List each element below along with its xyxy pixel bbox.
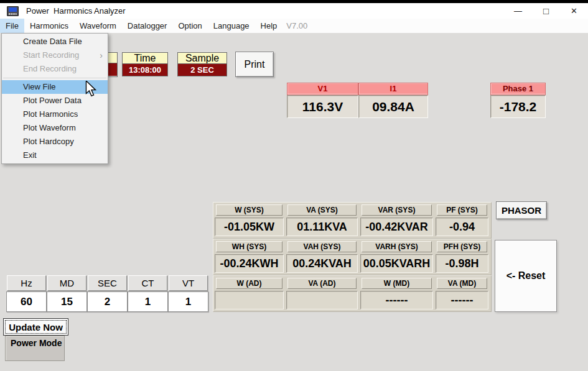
w-ad-label: W (AD) <box>216 278 282 289</box>
sample-panel: Sample 2 SEC <box>177 52 227 76</box>
vah-sys-value: 00.24KVAH <box>286 254 358 273</box>
menu-item-create-data-file[interactable]: Create Data File <box>2 35 108 48</box>
va-md-value: ------ <box>436 291 488 309</box>
menu-language[interactable]: Language <box>208 19 255 33</box>
va-ad-value <box>286 291 358 309</box>
time-label: Time <box>123 53 167 64</box>
wh-sys-label: WH (SYS) <box>216 241 282 252</box>
update-now-button[interactable]: Update Now <box>3 318 68 336</box>
measurement-cell: PF (SYS) -0.94 <box>436 204 488 236</box>
measurement-row-energy: WH (SYS) -00.24KWH VAH (SYS) 00.24KVAH V… <box>213 239 492 275</box>
vah-sys-label: VAH (SYS) <box>287 241 357 252</box>
menu-waveform[interactable]: Waveform <box>74 19 122 33</box>
print-button[interactable]: Print <box>235 52 274 77</box>
time-panel: Time 13:08:00 <box>122 52 168 76</box>
w-sys-value: -01.05KW <box>215 218 284 236</box>
time-value: 13:08:00 <box>123 64 167 76</box>
app-icon-keys <box>9 13 17 15</box>
i1-reading: I1 09.84A <box>358 83 428 118</box>
submenu-arrow-icon: › <box>100 48 103 62</box>
measurement-cell: VA (AD) <box>286 277 358 309</box>
mouse-cursor-icon <box>85 81 97 97</box>
menu-item-exit[interactable]: Exit <box>2 149 108 162</box>
measurement-cell: VA (MD) ------ <box>436 277 488 309</box>
menu-datalogger[interactable]: Datalogger <box>122 19 173 33</box>
wh-sys-value: -00.24KWH <box>215 254 284 273</box>
titlebar: Power Harmonics Analyzer — □ ✕ <box>0 3 588 19</box>
menu-item-plot-hardcopy[interactable]: Plot Hardcopy <box>2 135 108 149</box>
md-header[interactable]: MD <box>47 275 86 291</box>
measurement-cell: PFH (SYS) -0.98H <box>436 240 488 273</box>
phase1-reading: Phase 1 -178.2 <box>490 83 546 118</box>
measurement-cell: VA (SYS) 01.11KVA <box>286 204 358 236</box>
va-md-label: VA (MD) <box>437 278 487 289</box>
close-button[interactable]: ✕ <box>560 3 588 19</box>
phase1-label: Phase 1 <box>490 83 546 95</box>
w-md-value: ------ <box>360 291 433 309</box>
v1-value: 116.3V <box>287 95 358 118</box>
menu-item-label: Start Recording <box>23 50 79 60</box>
va-ad-label: VA (AD) <box>287 278 357 289</box>
varh-sys-value: 00.05KVARH <box>360 254 433 273</box>
measurement-row-sys: W (SYS) -01.05KW VA (SYS) 01.11KVA VAR (… <box>213 202 492 239</box>
app-icon <box>7 6 19 16</box>
measurement-cell: VAR (SYS) -00.42KVAR <box>360 204 433 236</box>
var-sys-label: VAR (SYS) <box>362 204 432 216</box>
settings-column: VT 1 <box>168 275 208 312</box>
menu-item-plot-waveform[interactable]: Plot Waveform <box>2 121 108 135</box>
w-sys-label: W (SYS) <box>216 204 282 216</box>
pfh-sys-label: PFH (SYS) <box>437 241 487 252</box>
version-label: V7.00 <box>282 19 311 33</box>
hz-value: 60 <box>6 291 47 312</box>
md-value: 15 <box>47 291 87 312</box>
menu-harmonics[interactable]: Harmonics <box>24 19 74 33</box>
close-icon: ✕ <box>571 6 577 16</box>
phase1-value: -178.2 <box>490 95 546 118</box>
ct-header[interactable]: CT <box>128 275 167 291</box>
minimize-icon: — <box>514 6 522 16</box>
menubar: File Harmonics Waveform Datalogger Optio… <box>0 19 588 33</box>
menu-item-end-recording[interactable]: End Recording <box>2 62 108 76</box>
power-mode-panel: Power Mode <box>5 336 65 361</box>
settings-column: CT 1 <box>128 275 168 312</box>
va-sys-value: 01.11KVA <box>286 218 358 236</box>
measurement-cell: W (AD) <box>215 277 284 309</box>
phasor-button[interactable]: PHASOR <box>496 201 547 219</box>
minimize-button[interactable]: — <box>504 3 532 19</box>
pf-sys-value: -0.94 <box>436 218 488 236</box>
v1-reading: V1 116.3V <box>287 83 358 118</box>
maximize-button[interactable]: □ <box>532 3 560 19</box>
pf-sys-label: PF (SYS) <box>437 204 487 216</box>
vt-header[interactable]: VT <box>169 275 208 291</box>
i1-value: 09.84A <box>358 95 428 118</box>
file-menu-dropdown: Create Data File Start Recording › End R… <box>1 33 108 164</box>
varh-sys-label: VARH (SYS) <box>362 241 432 252</box>
menu-help[interactable]: Help <box>255 19 283 33</box>
hz-header[interactable]: Hz <box>7 275 46 291</box>
settings-column: SEC 2 <box>87 275 128 312</box>
va-sys-label: VA (SYS) <box>287 204 357 216</box>
menu-option[interactable]: Option <box>172 19 207 33</box>
w-md-label: W (MD) <box>362 278 432 289</box>
sample-label: Sample <box>178 53 226 64</box>
measurement-row-demand: W (AD) VA (AD) W (MD) ------ VA (MD) ---… <box>213 275 492 312</box>
reset-button[interactable]: <- Reset <box>495 240 557 312</box>
measurement-cell: VAH (SYS) 00.24KVAH <box>286 240 358 273</box>
menu-item-plot-harmonics[interactable]: Plot Harmonics <box>2 108 108 121</box>
w-ad-value <box>215 291 284 309</box>
var-sys-value: -00.42KVAR <box>360 218 433 236</box>
sec-header[interactable]: SEC <box>88 275 127 291</box>
measurement-cell: WH (SYS) -00.24KWH <box>215 240 284 273</box>
menu-item-start-recording[interactable]: Start Recording › <box>2 48 108 62</box>
window-title: Power Harmonics Analyzer <box>26 6 126 16</box>
measurement-grid: W (SYS) -01.05KW VA (SYS) 01.11KVA VAR (… <box>213 202 492 312</box>
ct-value: 1 <box>128 291 168 312</box>
sample-value: 2 SEC <box>178 64 226 76</box>
measurement-cell: W (SYS) -01.05KW <box>215 204 284 236</box>
i1-label: I1 <box>358 83 428 95</box>
app-icon-screen <box>9 7 17 12</box>
menu-file[interactable]: File <box>0 19 24 33</box>
pfh-sys-value: -0.98H <box>436 254 488 273</box>
measurement-cell: W (MD) ------ <box>360 277 433 309</box>
settings-column: MD 15 <box>47 275 87 312</box>
